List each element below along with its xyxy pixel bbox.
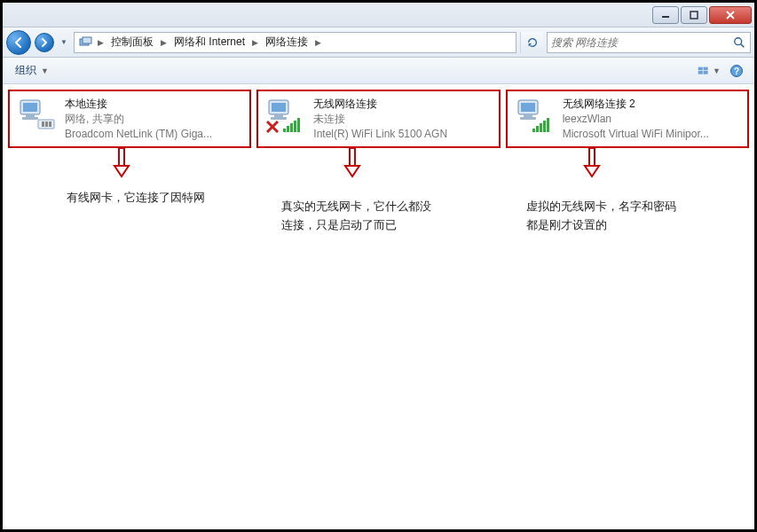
connection-status: leexzWlan [563,112,740,127]
connections-row: 本地连接 网络, 共享的 Broadcom NetLink (TM) Giga.… [8,90,749,148]
help-button[interactable]: ? [724,61,749,81]
svg-rect-44 [589,148,595,166]
connection-item[interactable]: 本地连接 网络, 共享的 Broadcom NetLink (TM) Giga.… [8,90,251,148]
close-button[interactable] [709,6,752,24]
chevron-right-icon: ▶ [159,38,169,47]
connection-text: 无线网络连接 未连接 Intel(R) WiFi Link 5100 AGN [313,97,491,141]
content-area: 本地连接 网络, 共享的 Broadcom NetLink (TM) Giga.… [3,84,754,529]
svg-rect-41 [547,118,549,132]
svg-rect-42 [119,148,124,166]
connection-device: Intel(R) WiFi Link 5100 AGN [313,127,491,142]
svg-rect-21 [49,121,51,127]
svg-rect-10 [698,71,703,74]
command-bar: 组织 ▼ ▼ ? [3,58,754,84]
signal-bars-icon [283,118,300,132]
svg-rect-24 [274,114,283,117]
connection-text: 本地连接 网络, 共享的 Broadcom NetLink (TM) Giga.… [65,97,242,141]
organize-label: 组织 [15,63,36,78]
connection-item[interactable]: 无线网络连接 2 leexzWlan Microsoft Virtual WiF… [506,90,749,148]
wireless-adapter-icon [515,97,556,134]
svg-rect-35 [524,114,532,117]
svg-rect-36 [520,117,536,120]
wireless-adapter-icon [265,97,306,134]
svg-rect-32 [297,118,300,132]
connection-item[interactable]: 无线网络连接 未连接 Intel(R) WiFi Link 5100 AGN [256,90,500,148]
chevron-down-icon: ▼ [39,66,51,75]
annotation-arrow-icon [343,148,361,175]
error-overlay-icon [267,121,278,132]
svg-rect-11 [704,71,708,74]
breadcrumb-item[interactable]: 网络和 Internet [170,33,248,52]
chevron-right-icon: ▶ [313,38,323,47]
svg-rect-20 [45,121,48,127]
annotation-arrow-icon [583,148,601,175]
svg-rect-23 [272,103,286,112]
connection-title: 无线网络连接 2 [563,97,740,112]
connection-device: Broadcom NetLink (TM) Giga... [65,127,242,142]
navbar: ▼ ▶ 控制面板 ▶ 网络和 Internet ▶ 网络连接 ▶ [3,27,754,58]
svg-rect-5 [83,37,91,43]
annotation-text: 虚拟的无线网卡，名字和密码都是刚才设置的 [526,198,677,235]
svg-rect-28 [283,129,286,132]
breadcrumb-item[interactable]: 网络连接 [262,33,311,52]
chevron-right-icon: ▶ [96,38,106,47]
titlebar [3,3,754,27]
svg-rect-19 [42,121,44,127]
connection-text: 无线网络连接 2 leexzWlan Microsoft Virtual WiF… [563,97,740,141]
svg-rect-30 [290,123,293,132]
refresh-button[interactable] [520,32,543,53]
breadcrumb-item[interactable]: 控制面板 [107,33,157,52]
svg-text:?: ? [734,66,739,76]
connection-status: 网络, 共享的 [65,112,242,127]
svg-point-6 [735,37,742,44]
ethernet-adapter-icon [17,97,58,134]
connection-title: 无线网络连接 [313,97,491,112]
svg-rect-31 [294,121,296,132]
view-options-button[interactable]: ▼ [698,61,722,81]
maximize-button[interactable] [681,6,707,24]
signal-bars-icon [532,118,549,132]
svg-rect-15 [23,103,37,112]
organize-menu[interactable]: 组织 ▼ [8,60,58,81]
svg-rect-34 [521,103,535,112]
svg-rect-8 [698,66,703,70]
minimize-button[interactable] [652,6,679,24]
chevron-down-icon: ▼ [711,66,722,75]
svg-rect-16 [26,114,35,117]
svg-rect-29 [287,126,289,132]
nav-forward-button[interactable] [35,33,54,52]
svg-rect-40 [543,121,546,132]
svg-rect-17 [22,117,38,120]
search-box[interactable] [547,32,751,53]
svg-rect-25 [271,117,287,120]
search-input[interactable] [551,36,729,49]
nav-history-dropdown[interactable]: ▼ [58,34,70,51]
annotation-text: 有线网卡，它连接了因特网 [67,189,209,207]
svg-rect-43 [350,148,355,166]
svg-rect-1 [690,12,698,19]
network-center-icon [78,35,94,51]
connection-status: 未连接 [313,112,491,127]
annotation-arrow-icon [113,148,130,175]
search-icon[interactable] [732,35,746,50]
annotation-text: 真实的无线网卡，它什么都没连接，只是启动了而已 [281,198,441,235]
connection-title: 本地连接 [65,97,242,112]
svg-rect-37 [532,129,535,132]
svg-line-7 [741,43,745,47]
chevron-right-icon: ▶ [250,38,260,47]
svg-rect-39 [540,123,542,132]
address-bar[interactable]: ▶ 控制面板 ▶ 网络和 Internet ▶ 网络连接 ▶ [74,32,516,53]
connection-device: Microsoft Virtual WiFi Minipor... [563,127,740,142]
svg-rect-9 [704,66,708,70]
svg-rect-38 [536,126,539,132]
nav-back-button[interactable] [6,30,31,55]
